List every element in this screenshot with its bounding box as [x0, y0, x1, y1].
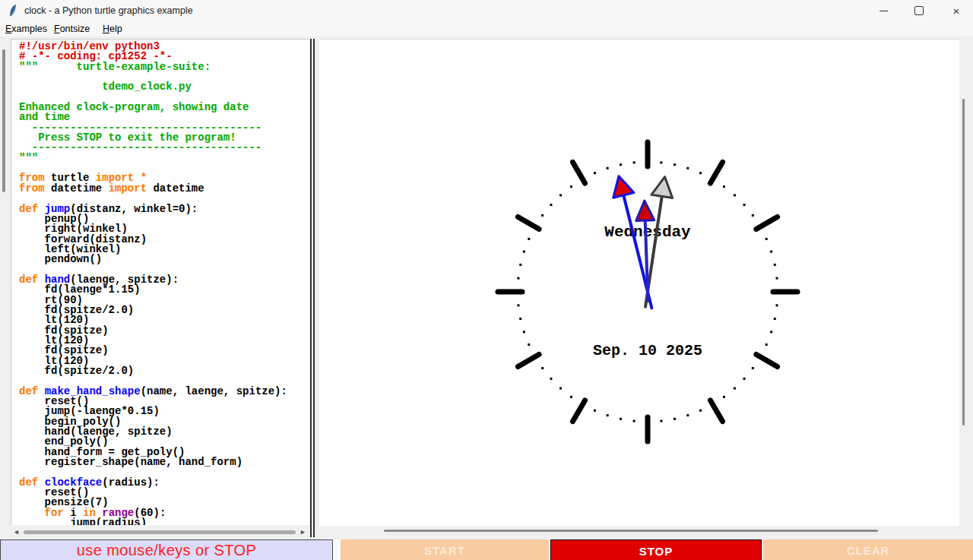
- code-line: """: [19, 153, 309, 163]
- turtle-canvas[interactable]: WednesdaySep. 10 2025: [319, 39, 959, 526]
- canvas-horizontal-scrollbar[interactable]: [384, 530, 878, 532]
- title-bar: clock - a Python turtle graphics example…: [0, 0, 973, 21]
- window-title: clock - a Python turtle graphics example: [24, 5, 193, 16]
- close-icon: ×: [953, 5, 960, 17]
- minimize-button[interactable]: [867, 0, 900, 21]
- menu-item-examples[interactable]: Examples: [5, 24, 47, 34]
- clear-button[interactable]: CLEAR: [763, 539, 973, 560]
- start-button[interactable]: START: [341, 539, 549, 560]
- scroll-right-arrow-icon[interactable]: ►: [300, 528, 306, 536]
- code-line: register_shape(name, hand_form): [19, 457, 309, 467]
- code-line: from datetime import datetime: [19, 184, 309, 194]
- scroll-left-arrow-icon[interactable]: ◄: [13, 528, 20, 536]
- menu-bar: ExamplesFontsizeHelp: [0, 21, 973, 36]
- stop-button[interactable]: STOP: [550, 539, 762, 560]
- code-line: tdemo_clock.py: [19, 82, 309, 92]
- close-button[interactable]: ×: [940, 0, 973, 21]
- status-message: use mouse/keys or STOP: [0, 539, 333, 560]
- scrollbar-thumb[interactable]: [2, 49, 5, 192]
- second-hand: [645, 177, 673, 307]
- clock-drawing: WednesdaySep. 10 2025: [319, 40, 959, 526]
- status-bar: use mouse/keys or STOP START STOP CLEAR: [0, 539, 973, 560]
- code-line: jump(radius): [19, 518, 309, 525]
- menu-item-help[interactable]: Help: [103, 24, 122, 34]
- code-line: fd(spitze/2.0): [19, 366, 309, 376]
- date-text: Sep. 10 2025: [593, 342, 702, 359]
- editor-vertical-scrollbar[interactable]: [0, 36, 10, 536]
- maximize-button[interactable]: [902, 0, 936, 21]
- scrollbar-thumb[interactable]: [24, 530, 296, 534]
- code-line: ------------------------------------: [19, 143, 309, 153]
- maximize-icon: [914, 6, 924, 15]
- minimize-icon: [880, 11, 888, 11]
- pane-divider: [310, 39, 315, 537]
- code-line: """ turtle-example-suite:: [19, 62, 309, 72]
- weekday-text: Wednesday: [604, 223, 691, 241]
- code-editor[interactable]: #!/usr/bin/env python3# -*- coding: cp12…: [11, 39, 309, 525]
- code-line: pendown(): [19, 255, 309, 264]
- python-feather-icon: [8, 4, 19, 17]
- turtledemo-window: clock - a Python turtle graphics example…: [0, 0, 973, 560]
- canvas-vertical-scrollbar[interactable]: [962, 99, 965, 426]
- menu-item-fontsize[interactable]: Fontsize: [54, 24, 90, 34]
- editor-horizontal-scrollbar[interactable]: ◄ ►: [11, 527, 309, 537]
